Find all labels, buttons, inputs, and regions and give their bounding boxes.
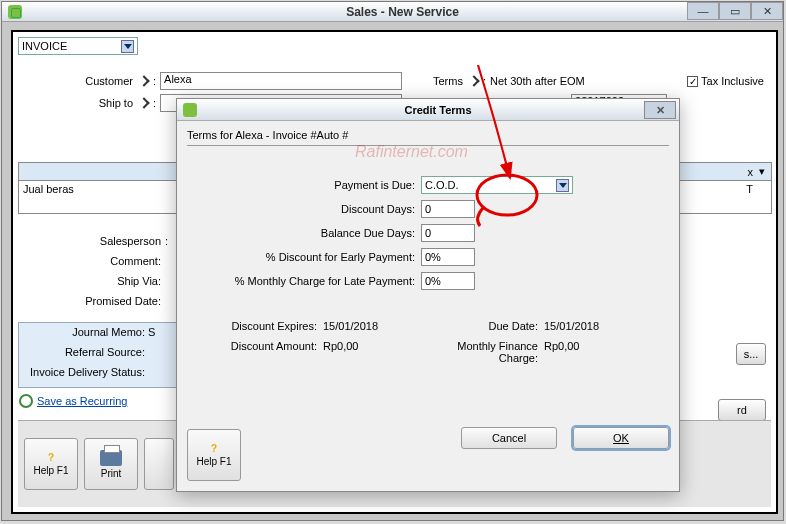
chevron-down-icon[interactable]: ▾ xyxy=(757,165,767,178)
pct-monthly-label: % Monthly Charge for Late Payment: xyxy=(187,275,415,287)
dialog-titlebar: Credit Terms ✕ xyxy=(177,99,679,121)
referral-source-label: Referral Source: xyxy=(25,346,145,358)
close-button[interactable]: ✕ xyxy=(751,2,783,20)
printer-icon xyxy=(100,450,122,466)
zoom-arrow-icon[interactable] xyxy=(467,74,481,88)
dialog-close-button[interactable]: ✕ xyxy=(644,101,676,119)
chevron-down-icon xyxy=(121,40,134,53)
terms-label: Terms xyxy=(433,75,463,87)
watermark: Rafinternet.com xyxy=(355,143,468,161)
due-date-label: Due Date: xyxy=(428,320,538,332)
terms-value: Net 30th after EOM xyxy=(490,75,585,87)
customer-label: Customer xyxy=(73,75,133,87)
tax-col-header: x xyxy=(748,166,754,178)
discount-expires-label: Discount Expires: xyxy=(187,320,317,332)
chevron-down-icon xyxy=(556,179,569,192)
app-icon xyxy=(8,5,22,19)
payment-due-label: Payment is Due: xyxy=(187,179,415,191)
rd-button[interactable]: rd xyxy=(718,399,766,421)
s-button[interactable]: s... xyxy=(736,343,766,365)
minimize-button[interactable]: — xyxy=(687,2,719,20)
monthly-charge-label: Monthly Finance Charge: xyxy=(428,340,538,364)
dialog-title: Credit Terms xyxy=(203,104,673,116)
discount-expires-value: 15/01/2018 xyxy=(323,320,378,332)
pct-monthly-input[interactable]: 0% xyxy=(421,272,475,290)
help-icon: ? xyxy=(211,443,217,454)
print-button[interactable]: Print xyxy=(84,438,138,490)
salesperson-label: Salesperson xyxy=(23,235,161,247)
balance-due-input[interactable]: 0 xyxy=(421,224,475,242)
promised-date-label: Promised Date: xyxy=(23,295,161,307)
recurring-icon xyxy=(19,394,33,408)
dialog-icon xyxy=(183,103,197,117)
doc-type-select[interactable]: INVOICE xyxy=(18,37,138,55)
maximize-button[interactable]: ▭ xyxy=(719,2,751,20)
terms-for-label: Terms for Alexa - Invoice #Auto # xyxy=(187,129,669,141)
discount-amount-value: Rp0,00 xyxy=(323,340,358,364)
payment-due-select[interactable]: C.O.D. xyxy=(421,176,573,194)
cancel-button[interactable]: Cancel xyxy=(461,427,557,449)
tax-inclusive-label: Tax Inclusive xyxy=(701,75,764,87)
delivery-status-label: Invoice Delivery Status: xyxy=(25,366,145,378)
zoom-arrow-icon[interactable] xyxy=(137,74,151,88)
comment-label: Comment: xyxy=(23,255,161,267)
dialog-help-button[interactable]: ? Help F1 xyxy=(187,429,241,481)
toolbar-button-partial[interactable] xyxy=(144,438,174,490)
balance-due-label: Balance Due Days: xyxy=(187,227,415,239)
titlebar: Sales - New Service — ▭ ✕ xyxy=(2,2,783,22)
ship-to-label: Ship to xyxy=(89,97,133,109)
pct-discount-input[interactable]: 0% xyxy=(421,248,475,266)
discount-days-label: Discount Days: xyxy=(187,203,415,215)
monthly-charge-value: Rp0,00 xyxy=(544,340,579,364)
discount-days-input[interactable]: 0 xyxy=(421,200,475,218)
zoom-arrow-icon[interactable] xyxy=(137,96,151,110)
line-item-text: Jual beras xyxy=(23,183,74,195)
help-button[interactable]: ? Help F1 xyxy=(24,438,78,490)
pct-discount-label: % Discount for Early Payment: xyxy=(187,251,415,263)
doc-type-value: INVOICE xyxy=(22,40,67,52)
ok-button[interactable]: OK xyxy=(573,427,669,449)
customer-input[interactable]: Alexa xyxy=(160,72,402,90)
due-date-value: 15/01/2018 xyxy=(544,320,599,332)
ship-via-label: Ship Via: xyxy=(23,275,161,287)
save-recurring-link[interactable]: Save as Recurring xyxy=(37,395,128,407)
journal-memo-label: Journal Memo: xyxy=(25,326,145,338)
line-item-tax: T xyxy=(746,183,753,195)
discount-amount-label: Discount Amount: xyxy=(187,340,317,364)
tax-inclusive-checkbox[interactable] xyxy=(687,76,698,87)
help-icon: ? xyxy=(48,452,54,463)
window-title: Sales - New Service xyxy=(28,5,777,19)
